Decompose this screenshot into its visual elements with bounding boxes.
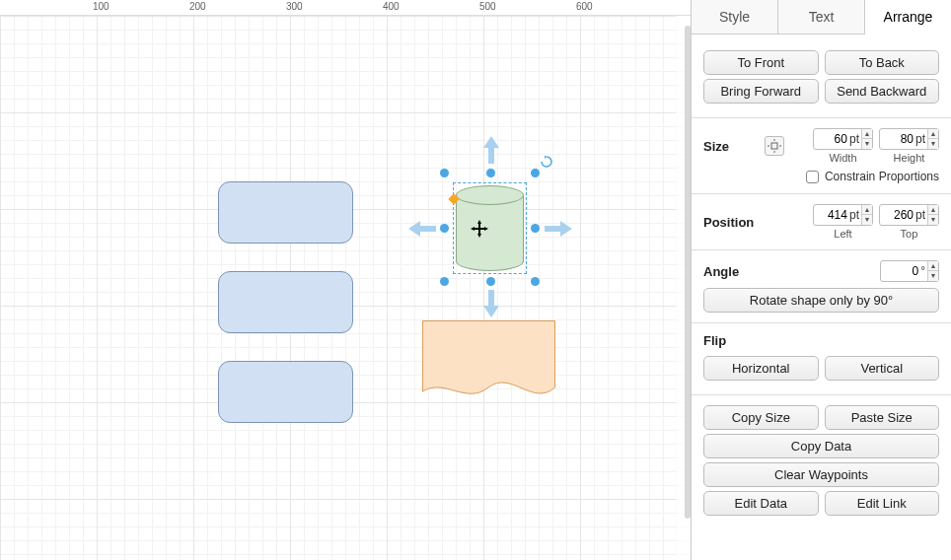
rounded-rect-shape[interactable] [218, 271, 353, 333]
autosize-icon[interactable] [765, 136, 784, 156]
sidebar-tabs: Style Text Arrange [692, 0, 951, 35]
paste-size-button[interactable]: Paste Size [825, 405, 940, 430]
copy-data-button[interactable]: Copy Data [703, 434, 939, 458]
stepper-up[interactable]: ▲ [928, 261, 938, 271]
size-label: Size [703, 139, 759, 154]
stepper-up[interactable]: ▲ [862, 205, 872, 215]
tab-text[interactable]: Text [778, 0, 865, 34]
stepper-up[interactable]: ▲ [928, 129, 938, 139]
document-shape[interactable] [422, 320, 555, 404]
height-sublabel: Height [894, 152, 925, 164]
flip-label: Flip [703, 333, 939, 348]
ruler-horizontal: 100 200 300 400 500 600 [0, 0, 691, 16]
width-input[interactable]: pt ▲▼ [813, 128, 873, 150]
canvas-area[interactable]: 100 200 300 400 500 600 [0, 0, 691, 560]
resize-handle-e[interactable] [531, 224, 540, 233]
rotate-90-button[interactable]: Rotate shape only by 90° [703, 288, 939, 313]
edit-data-button[interactable]: Edit Data [703, 491, 819, 516]
stepper-down[interactable]: ▼ [862, 215, 872, 225]
flip-vertical-button[interactable]: Vertical [825, 356, 940, 381]
resize-handle-nw[interactable] [440, 169, 449, 177]
direction-arrow-down[interactable] [481, 290, 501, 317]
stepper-down[interactable]: ▼ [928, 139, 938, 149]
left-sublabel: Left [834, 228, 851, 240]
top-input[interactable]: pt ▲▼ [879, 204, 939, 226]
ruler-tick: 600 [576, 1, 593, 12]
resize-handle-sw[interactable] [440, 277, 449, 286]
constrain-checkbox[interactable] [806, 171, 819, 183]
ruler-tick: 100 [93, 1, 110, 12]
stepper-up[interactable]: ▲ [928, 205, 938, 215]
top-sublabel: Top [901, 228, 918, 240]
to-front-button[interactable]: To Front [703, 50, 819, 75]
clear-waypoints-button[interactable]: Clear Waypoints [703, 462, 939, 487]
format-sidebar: Style Text Arrange To Front To Back Brin… [691, 0, 951, 560]
tab-arrange[interactable]: Arrange [865, 0, 951, 35]
rounded-rect-shape[interactable] [218, 181, 353, 244]
position-label: Position [703, 215, 763, 230]
direction-arrow-left[interactable] [408, 219, 436, 239]
height-input[interactable]: pt ▲▼ [879, 128, 939, 150]
left-input[interactable]: pt ▲▼ [813, 204, 873, 226]
resize-handle-n[interactable] [486, 169, 495, 177]
stepper-down[interactable]: ▼ [928, 215, 938, 225]
width-sublabel: Width [829, 152, 856, 164]
rotate-handle[interactable] [541, 154, 552, 166]
to-back-button[interactable]: To Back [825, 50, 940, 75]
rounded-rect-shape[interactable] [218, 361, 353, 423]
stepper-up[interactable]: ▲ [862, 129, 872, 139]
tab-style[interactable]: Style [692, 0, 778, 34]
stepper-down[interactable]: ▼ [928, 271, 938, 281]
ruler-tick: 300 [286, 1, 303, 12]
stepper-down[interactable]: ▼ [862, 139, 872, 149]
copy-size-button[interactable]: Copy Size [703, 405, 819, 430]
resize-handle-s[interactable] [486, 277, 495, 286]
ruler-tick: 500 [479, 1, 496, 12]
flip-horizontal-button[interactable]: Horizontal [703, 356, 819, 381]
angle-label: Angle [703, 264, 759, 279]
ruler-tick: 200 [189, 1, 206, 12]
ruler-tick: 400 [383, 1, 400, 12]
angle-input[interactable]: ° ▲▼ [880, 260, 939, 282]
edit-link-button[interactable]: Edit Link [825, 491, 940, 516]
send-backward-button[interactable]: Send Backward [825, 79, 940, 104]
svg-rect-0 [771, 143, 777, 149]
resize-handle-ne[interactable] [531, 169, 540, 177]
direction-arrow-up[interactable] [481, 136, 501, 164]
bring-forward-button[interactable]: Bring Forward [703, 79, 819, 104]
resize-handle-w[interactable] [440, 224, 449, 233]
resize-handle-se[interactable] [531, 277, 540, 286]
constrain-label: Constrain Proportions [825, 170, 939, 183]
direction-arrow-right[interactable] [545, 219, 572, 239]
selection-outline [453, 182, 527, 274]
